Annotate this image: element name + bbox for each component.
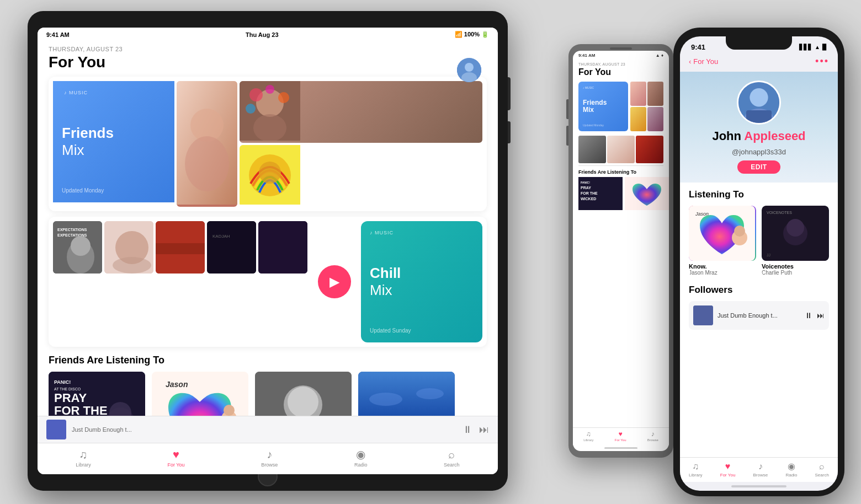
ix-follower-row: Just Dumb Enough t... ⏸ ⏭ [689, 301, 829, 330]
friend-album-bw[interactable] [255, 372, 352, 416]
ix-search-label: Search [815, 473, 829, 478]
tab-browse[interactable]: ♪ Browse [250, 448, 289, 468]
album-grid-right [177, 81, 482, 207]
ix-browse-label: Browse [753, 473, 768, 478]
skip-follower-icon[interactable]: ⏭ [817, 311, 825, 320]
ix-tab-for-you[interactable]: ♥ For You [720, 462, 736, 478]
ix-back-label: For You [693, 57, 718, 66]
pause-follower-icon[interactable]: ⏸ [805, 311, 812, 320]
is-tab-browse[interactable]: ♪ Browse [647, 430, 658, 442]
is-friend-jason[interactable] [625, 177, 669, 210]
is-friends-section-title: Friends Are Listening To [578, 169, 663, 175]
ix-profile-section: John Appleseed @johnappl3s33d EDIT [680, 72, 838, 183]
is-library-icon: ♫ [586, 430, 591, 438]
skip-icon[interactable]: ⏭ [479, 424, 489, 436]
browse-icon: ♪ [267, 448, 272, 461]
svg-point-9 [278, 92, 289, 103]
svg-point-10 [265, 85, 274, 94]
is-tab-browse-label: Browse [647, 438, 658, 442]
iphone-small-status-bar: 9:41 AM ▲ ♦ [573, 51, 669, 60]
is-date-label: THURSDAY, AUGUST 23 [578, 62, 663, 66]
svg-point-15 [259, 162, 281, 184]
is-album-2 [647, 82, 663, 106]
album-row-1 [177, 81, 482, 207]
tab-search[interactable]: ⌕ Search [433, 448, 471, 468]
ix-tab-library[interactable]: ♫ Library [689, 462, 702, 478]
volume-down-button[interactable] [566, 126, 568, 146]
friends-mix-container[interactable]: ♪ MUSIC Friends Mix Updated Monday [49, 77, 487, 211]
friend-album-panic[interactable]: PANIC! AT THE DISCO PRAY FOR THE WICKED [49, 372, 145, 416]
ipad-time: 9:41 AM [46, 31, 70, 38]
is-album-3 [630, 107, 646, 131]
ix-edit-button[interactable]: EDIT [737, 160, 780, 174]
now-playing-bar[interactable]: Just Dumb Enough t... ⏸ ⏭ [38, 416, 498, 443]
iphone-x-device: 9:41 ▋▋▋ ▲ ▉ ‹ For You ••• [673, 28, 844, 496]
ix-back-button[interactable]: ‹ For You [689, 57, 718, 66]
svg-rect-51 [46, 420, 66, 439]
friends-mix-title: Friends Mix [62, 125, 166, 159]
pause-icon[interactable]: ⏸ [463, 424, 472, 436]
svg-point-23 [113, 257, 151, 274]
svg-text:FOR THE: FOR THE [581, 191, 598, 195]
ix-radio-label: Radio [785, 473, 797, 478]
is-bottom-album-2 [607, 136, 635, 163]
play-button[interactable]: ▶ [318, 265, 351, 298]
friend-album-jason[interactable]: Jason Know. [152, 372, 248, 416]
svg-text:AT THE DISCO: AT THE DISCO [54, 387, 81, 391]
tab-for-you-label: For You [168, 462, 185, 468]
ix-album-voicenotes[interactable]: VOICENOTES JJ Voicenotes Charlie Puth [762, 206, 829, 276]
volume-up-button[interactable] [566, 99, 568, 119]
album-strip-1: EXPECTATIONS EXPECTATIONS [53, 221, 102, 274]
apple-music-label: ♪ MUSIC [62, 90, 166, 95]
tab-for-you[interactable]: ♥ For You [157, 448, 196, 468]
is-friend-panic[interactable]: PANIC! PRAY FOR THE WICKED [578, 177, 623, 210]
is-tab-for-you[interactable]: ♥ For You [615, 430, 626, 442]
is-time: 9:41 AM [578, 53, 595, 58]
ix-listening-row: Jason Know. Jason Mraz [689, 206, 829, 276]
svg-rect-61 [746, 110, 772, 123]
ipad-user-avatar[interactable] [457, 58, 481, 82]
now-playing-thumbnail [46, 420, 66, 439]
is-tab-library[interactable]: ♫ Library [583, 430, 593, 442]
ix-status-icons: ▋▋▋ ▲ ▉ [799, 43, 827, 51]
is-bottom-album-1 [578, 136, 606, 163]
ix-voicenotes-artist: Charlie Puth [762, 270, 829, 276]
ix-listening-title: Listening To [689, 189, 829, 200]
wifi-status-icon: ▲ [815, 44, 820, 50]
svg-text:PRAY: PRAY [581, 186, 591, 190]
ix-follower-controls: ⏸ ⏭ [805, 311, 825, 320]
ix-album-know[interactable]: Jason Know. Jason Mraz [689, 206, 756, 276]
is-album-4 [647, 107, 663, 131]
svg-point-65 [734, 226, 745, 237]
ix-tab-browse[interactable]: ♪ Browse [753, 462, 768, 478]
chill-mix-title: Chill Mix [370, 265, 474, 299]
album-art-2 [240, 81, 482, 143]
is-apple-music-label: ♪ MUSIC [583, 86, 624, 89]
tab-library-label: Library [76, 462, 91, 468]
ix-tab-radio[interactable]: ◉ Radio [785, 461, 797, 478]
svg-text:Jason: Jason [695, 211, 709, 217]
ix-library-icon: ♫ [692, 462, 699, 471]
chill-mix-card[interactable]: ♪ MUSIC Chill Mix Updated Sunday [361, 221, 482, 342]
album-strip-row: EXPECTATIONS EXPECTATIONS [49, 217, 487, 347]
ipad-main-content: THURSDAY, AUGUST 23 For You [38, 41, 498, 416]
friends-section-title: Friends Are Listening To [49, 355, 487, 366]
ix-tab-search[interactable]: ⌕ Search [815, 462, 829, 478]
battery-icon: 🔋 [481, 31, 489, 37]
friend-album-blue[interactable] [358, 372, 455, 416]
ipad-date-label: THURSDAY, AUGUST 23 [49, 46, 487, 52]
iphone-x-screen: 9:41 ▋▋▋ ▲ ▉ ‹ For You ••• [680, 36, 838, 491]
is-tab-library-label: Library [583, 438, 593, 442]
ipad-device: 9:41 AM Thu Aug 23 📶 100% 🔋 THURSDAY, AU… [28, 11, 508, 491]
is-friends-mix-card[interactable]: ♪ MUSIC FriendsMix Updated Monday [578, 82, 628, 131]
is-browse-icon: ♪ [651, 430, 655, 438]
tab-radio[interactable]: ◉ Radio [343, 448, 379, 468]
ix-more-button[interactable]: ••• [815, 56, 829, 67]
friends-mix-card[interactable]: ♪ MUSIC Friends Mix Updated Monday [53, 81, 174, 202]
tab-library[interactable]: ♫ Library [65, 448, 102, 468]
album-strip-5 [258, 221, 307, 274]
ix-tab-bar: ♫ Library ♥ For You ♪ Browse ◉ Radio ⌕ [680, 457, 838, 482]
tab-radio-label: Radio [354, 462, 368, 468]
play-button-container[interactable]: ▶ [310, 221, 359, 342]
ipad-date: Thu Aug 23 [246, 31, 278, 38]
